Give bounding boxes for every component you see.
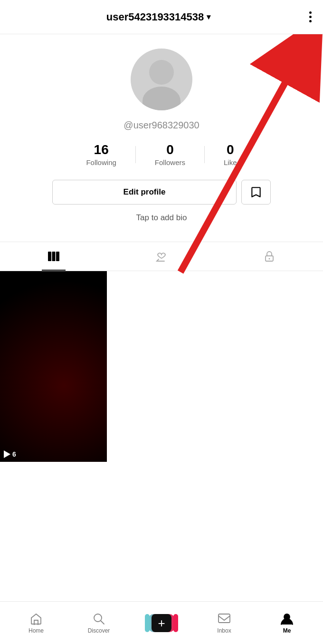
home-label: Home — [28, 627, 44, 634]
tab-posts[interactable] — [0, 242, 108, 271]
likes-count: 0 — [227, 142, 234, 157]
bottom-navigation: Home Discover + Inbox Me — [0, 601, 323, 644]
bookmark-icon — [250, 186, 262, 198]
bookmark-button[interactable] — [241, 180, 271, 205]
me-label: Me — [283, 627, 291, 634]
following-count: 16 — [94, 142, 109, 157]
svg-point-10 — [94, 614, 102, 622]
home-icon — [29, 612, 43, 625]
profile-icon — [280, 612, 294, 625]
followers-count: 0 — [166, 142, 174, 157]
discover-label: Discover — [88, 627, 110, 634]
grid-icon — [47, 250, 60, 263]
nav-create[interactable]: + — [130, 614, 193, 632]
username-dropdown[interactable]: user5423193314538 ▾ — [106, 11, 211, 23]
nav-inbox[interactable]: Inbox — [193, 612, 256, 634]
tab-private[interactable] — [215, 242, 323, 271]
following-label: Following — [86, 158, 116, 166]
following-stat[interactable]: 16 Following — [67, 142, 135, 166]
video-grid: 6 — [0, 271, 323, 462]
svg-point-9 — [268, 258, 270, 260]
likes-label: Like — [224, 158, 237, 166]
nav-me[interactable]: Me — [256, 612, 318, 634]
action-buttons: Edit profile — [52, 180, 271, 205]
avatar-head — [149, 60, 174, 85]
tab-liked[interactable] — [108, 242, 216, 271]
chevron-down-icon: ▾ — [207, 12, 210, 21]
video-overlay — [0, 271, 107, 462]
inbox-icon — [218, 612, 231, 625]
svg-line-11 — [101, 621, 104, 624]
avatar-body — [142, 87, 180, 110]
edit-profile-button[interactable]: Edit profile — [52, 180, 237, 205]
more-options-button[interactable] — [307, 10, 314, 24]
profile-handle: @user968329030 — [124, 120, 199, 131]
nav-discover[interactable]: Discover — [67, 612, 130, 634]
bio-placeholder[interactable]: Tap to add bio — [136, 213, 187, 223]
create-button[interactable]: + — [149, 614, 174, 632]
svg-rect-12 — [218, 614, 230, 623]
content-tabs — [0, 242, 323, 271]
avatar — [131, 49, 192, 110]
heart-with-hand-icon — [155, 250, 168, 263]
play-icon — [4, 450, 10, 458]
inbox-label: Inbox — [217, 627, 231, 634]
svg-rect-6 — [52, 252, 56, 261]
header-username: user5423193314538 — [106, 11, 204, 23]
search-icon — [92, 612, 105, 625]
nav-home[interactable]: Home — [5, 612, 67, 634]
stats-row: 16 Following 0 Followers 0 Like — [67, 142, 256, 166]
profile-section: @user968329030 16 Following 0 Followers … — [0, 34, 323, 242]
svg-rect-7 — [56, 252, 59, 261]
video-thumbnail[interactable]: 6 — [0, 271, 107, 462]
followers-label: Followers — [155, 158, 185, 166]
followers-stat[interactable]: 0 Followers — [136, 142, 204, 166]
lock-icon — [263, 250, 276, 263]
svg-rect-5 — [48, 252, 51, 261]
likes-stat[interactable]: 0 Like — [205, 142, 256, 166]
top-navigation: user5423193314538 ▾ — [0, 0, 323, 34]
play-count: 6 — [4, 450, 16, 458]
